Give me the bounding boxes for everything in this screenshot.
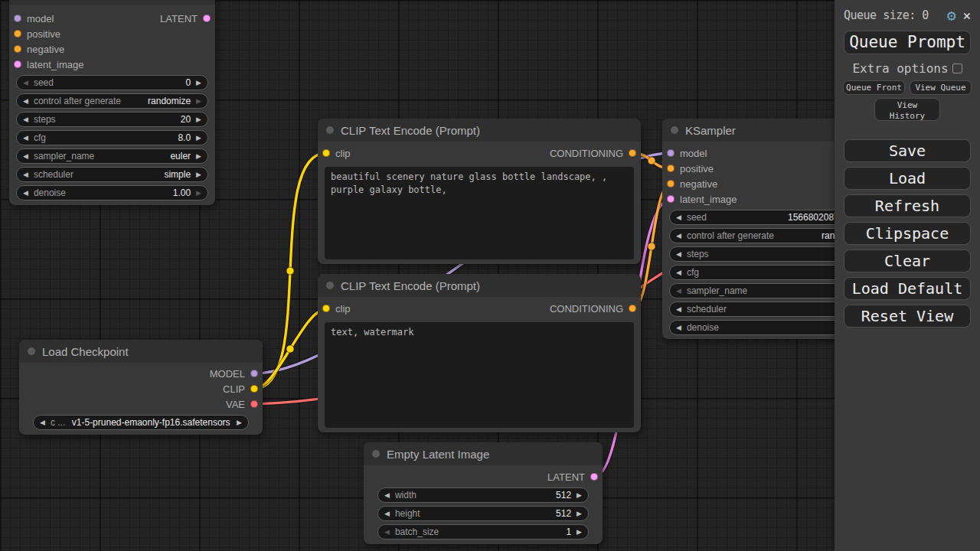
view-queue-button[interactable]: View Queue bbox=[910, 80, 972, 95]
increment-arrow-icon[interactable]: ▶ bbox=[196, 171, 201, 178]
increment-arrow-icon[interactable]: ▶ bbox=[196, 116, 201, 123]
increment-arrow-icon[interactable]: ▶ bbox=[196, 135, 201, 142]
decrement-arrow-icon[interactable]: ◀ bbox=[676, 233, 681, 240]
input-port-negative[interactable] bbox=[14, 45, 21, 53]
decrement-arrow-icon[interactable]: ◀ bbox=[676, 324, 681, 331]
decrement-arrow-icon[interactable]: ◀ bbox=[676, 269, 681, 276]
widget-value: randomize bbox=[148, 96, 191, 106]
decrement-arrow-icon[interactable]: ◀ bbox=[23, 171, 28, 178]
widget-scheduler[interactable]: ◀ scheduler simple ▶ bbox=[16, 167, 208, 182]
collapse-dot-icon[interactable] bbox=[28, 347, 35, 355]
port-label: VAE bbox=[226, 399, 245, 410]
widget-batch-size[interactable]: ◀ batch_size 1 ▶ bbox=[377, 524, 589, 540]
next-arrow-icon[interactable]: ▶ bbox=[237, 419, 242, 426]
widget-steps[interactable]: ◀ steps 20 ▶ bbox=[16, 112, 208, 127]
input-port-latent-image[interactable] bbox=[14, 60, 21, 68]
collapse-dot-icon[interactable] bbox=[671, 126, 678, 134]
increment-arrow-icon[interactable]: ▶ bbox=[196, 80, 201, 86]
wire-clip-positive bbox=[254, 153, 326, 389]
input-port-model[interactable] bbox=[667, 149, 675, 157]
negative-prompt-textarea[interactable]: text, watermark bbox=[325, 322, 634, 428]
decrement-arrow-icon[interactable]: ◀ bbox=[384, 529, 390, 536]
widget-height[interactable]: ◀ height 512 ▶ bbox=[377, 506, 589, 521]
node-title-bar[interactable]: CLIP Text Encode (Prompt) bbox=[318, 119, 641, 142]
widget-ckpt-name[interactable]: ◀ c ... v1-5-pruned-emaonly-fp16.safeten… bbox=[33, 415, 249, 430]
node-title: KSampler bbox=[685, 124, 736, 137]
output-port-latent[interactable] bbox=[590, 473, 598, 481]
save-button[interactable]: Save bbox=[844, 139, 971, 162]
widget-label: width bbox=[395, 490, 416, 500]
collapse-dot-icon[interactable] bbox=[326, 282, 334, 289]
decrement-arrow-icon[interactable]: ◀ bbox=[676, 306, 681, 313]
decrement-arrow-icon[interactable]: ◀ bbox=[23, 98, 28, 105]
positive-prompt-textarea[interactable]: beautiful scenery nature glass bottle la… bbox=[325, 167, 634, 259]
settings-gear-icon[interactable]: ⚙ bbox=[947, 8, 956, 23]
widget-label: scheduler bbox=[34, 169, 74, 180]
extra-options-checkbox[interactable] bbox=[952, 64, 962, 73]
decrement-arrow-icon[interactable]: ◀ bbox=[23, 153, 28, 160]
close-icon[interactable]: ✕ bbox=[962, 9, 972, 22]
input-port-negative[interactable] bbox=[667, 180, 675, 187]
widget-denoise[interactable]: ◀ denoise 1.00 ▶ bbox=[16, 185, 208, 201]
input-port-latent-image[interactable] bbox=[667, 195, 675, 203]
widget-value: 0 bbox=[185, 77, 191, 88]
increment-arrow-icon[interactable]: ▶ bbox=[196, 153, 201, 160]
input-port-model[interactable] bbox=[14, 15, 21, 22]
input-port-positive[interactable] bbox=[667, 165, 675, 172]
increment-arrow-icon[interactable]: ▶ bbox=[196, 98, 201, 105]
output-port-model[interactable] bbox=[250, 370, 258, 377]
refresh-button[interactable]: Refresh bbox=[844, 194, 971, 217]
increment-arrow-icon[interactable]: ▶ bbox=[577, 529, 582, 536]
node-title-bar[interactable]: CLIP Text Encode (Prompt) bbox=[318, 274, 641, 297]
queue-front-button[interactable]: Queue Front bbox=[843, 80, 905, 95]
node-title-bar[interactable]: Empty Latent Image bbox=[364, 442, 603, 465]
widget-sampler-name[interactable]: ◀ sampler_name euler ▶ bbox=[16, 148, 208, 164]
clipspace-button[interactable]: Clipspace bbox=[844, 222, 971, 245]
input-port-positive[interactable] bbox=[14, 30, 21, 37]
increment-arrow-icon[interactable]: ▶ bbox=[196, 190, 201, 197]
queue-prompt-button[interactable]: Queue Prompt bbox=[844, 31, 971, 54]
decrement-arrow-icon[interactable]: ◀ bbox=[384, 492, 390, 499]
widget-control-after-generate[interactable]: ◀ control after generate randomize ▶ bbox=[16, 93, 208, 109]
view-history-button[interactable]: ViewHistory bbox=[874, 98, 940, 121]
decrement-arrow-icon[interactable]: ◀ bbox=[23, 116, 28, 123]
decrement-arrow-icon[interactable]: ◀ bbox=[384, 510, 390, 517]
widget-cfg[interactable]: ◀ cfg 8.0 ▶ bbox=[16, 130, 208, 145]
clear-button[interactable]: Clear bbox=[844, 249, 971, 272]
output-port-conditioning[interactable] bbox=[629, 305, 636, 312]
output-port-clip[interactable] bbox=[250, 385, 258, 393]
output-port-latent[interactable] bbox=[203, 15, 211, 22]
output-port-vae[interactable] bbox=[250, 400, 258, 408]
input-port-clip[interactable] bbox=[322, 149, 330, 157]
decrement-arrow-icon[interactable]: ◀ bbox=[23, 135, 28, 142]
node-clip-text-encode-negative[interactable]: CLIP Text Encode (Prompt) clip CONDITION… bbox=[318, 274, 641, 432]
decrement-arrow-icon[interactable]: ◀ bbox=[23, 80, 28, 86]
widget-label: c ... bbox=[51, 417, 65, 428]
widget-width[interactable]: ◀ width 512 ▶ bbox=[377, 487, 589, 503]
node-empty-latent-image[interactable]: Empty Latent Image LATENT ◀ width 512 ▶ … bbox=[364, 442, 603, 544]
widget-label: steps bbox=[34, 114, 56, 125]
node-clip-text-encode-positive[interactable]: CLIP Text Encode (Prompt) clip CONDITION… bbox=[318, 119, 641, 264]
collapse-dot-icon[interactable] bbox=[372, 450, 380, 458]
load-default-button[interactable]: Load Default bbox=[844, 277, 971, 300]
widget-seed[interactable]: ◀ seed 0 ▶ bbox=[16, 75, 208, 90]
collapse-dot-icon[interactable] bbox=[326, 126, 334, 134]
prev-arrow-icon[interactable]: ◀ bbox=[40, 419, 45, 426]
output-port-conditioning[interactable] bbox=[629, 149, 636, 157]
decrement-arrow-icon[interactable]: ◀ bbox=[23, 190, 28, 197]
load-button[interactable]: Load bbox=[844, 167, 971, 190]
node-ksampler-main[interactable]: KSampler model LATENT positive negative … bbox=[9, 0, 215, 205]
decrement-arrow-icon[interactable]: ◀ bbox=[676, 251, 681, 258]
widget-label: batch_size bbox=[395, 527, 439, 537]
widget-label: cfg bbox=[687, 267, 699, 278]
increment-arrow-icon[interactable]: ▶ bbox=[577, 510, 582, 517]
decrement-arrow-icon[interactable]: ◀ bbox=[676, 288, 681, 295]
node-load-checkpoint[interactable]: Load Checkpoint MODEL CLIP VAE ◀ c ... v… bbox=[19, 340, 263, 435]
port-label: model bbox=[27, 13, 54, 24]
reset-view-button[interactable]: Reset View bbox=[844, 305, 971, 328]
node-title-bar[interactable]: Load Checkpoint bbox=[19, 340, 263, 363]
port-label: CLIP bbox=[223, 383, 245, 395]
input-port-clip[interactable] bbox=[322, 305, 330, 312]
increment-arrow-icon[interactable]: ▶ bbox=[577, 492, 582, 499]
decrement-arrow-icon[interactable]: ◀ bbox=[676, 214, 681, 221]
